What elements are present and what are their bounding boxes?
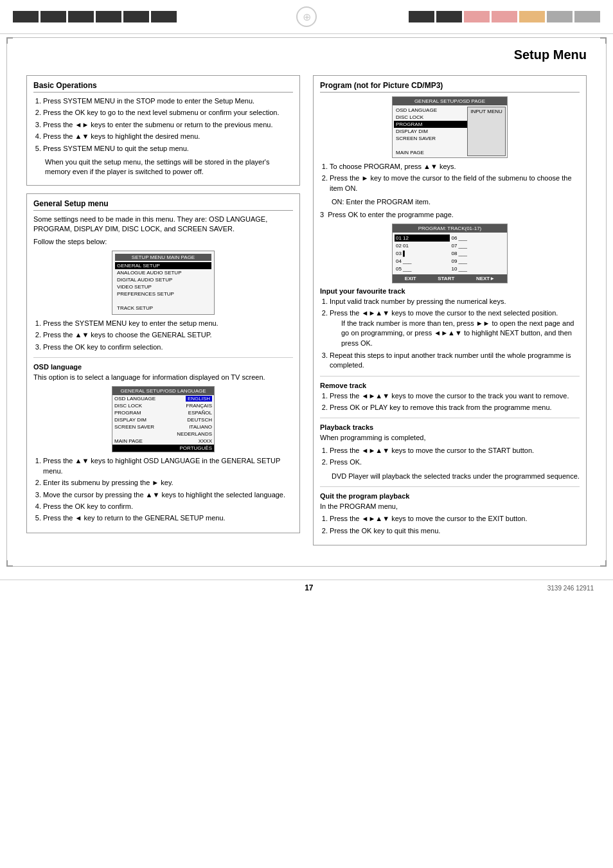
page-content: Setup Menu Basic Operations Press SYSTEM… bbox=[7, 38, 606, 566]
fav-step-1: Input valid track number by pressing the… bbox=[330, 297, 580, 306]
playback-intro: When programming is completed, bbox=[320, 433, 580, 443]
track-cell-01: 01 12 bbox=[395, 235, 450, 242]
lang-val-6: NEDERLANDS bbox=[177, 431, 212, 437]
top-decorative-bar: ⊕ bbox=[0, 0, 613, 34]
osd-lang-screen-title: GENERAL SETUP/OSD LANGUAGE bbox=[112, 387, 214, 395]
menu-item-track: TRACK SETUP bbox=[117, 305, 153, 311]
lang-row-1: OSD LANGUAGE ENGLISH bbox=[112, 395, 214, 402]
osd-lang-screen: GENERAL SETUP/OSD LANGUAGE OSD LANGUAGE … bbox=[112, 386, 215, 452]
remove-track-title: Remove track bbox=[320, 382, 580, 389]
track-cell-07: 07 ___ bbox=[450, 242, 506, 249]
menu-item-blank bbox=[117, 298, 118, 304]
track-cell-03: 03 ▌ bbox=[395, 250, 450, 257]
segment-r1 bbox=[409, 11, 434, 22]
lang-label-7: MAIN PAGE bbox=[114, 438, 143, 444]
general-setup-screen: SETUP MENU MAIN PAGE GENERAL SETUP ANALO… bbox=[112, 251, 215, 315]
lang-label-1: OSD LANGUAGE bbox=[114, 396, 155, 402]
lang-row-5: SCREEN SAVER ITALIANO bbox=[112, 423, 214, 430]
quit-step-2: Press the OK key to quit this menu. bbox=[330, 526, 580, 536]
prog-item-program: PROGRAM bbox=[394, 121, 467, 128]
menu-item-video: VIDEO SETUP bbox=[117, 284, 152, 290]
track-cell-04: 04 ___ bbox=[395, 258, 450, 265]
quit-step-1: Press the ◄►▲▼ keys to move the cursor t… bbox=[330, 514, 580, 524]
playback-step-1: Press the ◄►▲▼ keys to move the cursor t… bbox=[330, 446, 580, 456]
program-menu-screen: GENERAL SETUP/OSD PAGE OSD LANGUAGE DISC… bbox=[392, 96, 508, 158]
lang-val-7: XXXX bbox=[199, 438, 212, 444]
program-input-menu: INPUT MENU bbox=[467, 107, 506, 156]
top-bar-left-segments bbox=[13, 11, 284, 22]
program-section: Program (not for Picture CD/MP3) GENERAL… bbox=[313, 75, 587, 545]
basic-operations-list: Press SYSTEM MENU in the STOP mode to en… bbox=[33, 96, 293, 154]
general-setup-section: General Setup menu Some settings need to… bbox=[26, 193, 300, 533]
lang-val-3: ESPAÑOL bbox=[188, 410, 212, 416]
prog-item-disc: DISC LOCK bbox=[394, 114, 467, 121]
playback-step-2: Press OK. bbox=[330, 457, 580, 467]
segment-6 bbox=[151, 11, 177, 22]
general-setup-menu-row-2: ANALOGUE AUDIO SETUP bbox=[115, 269, 211, 276]
divider-2 bbox=[320, 376, 580, 376]
page-outer-border: Setup Menu Basic Operations Press SYSTEM… bbox=[6, 37, 607, 567]
playback-note: DVD Player will playback the selected tr… bbox=[320, 472, 580, 481]
lang-val-4: DEUTSCH bbox=[187, 417, 212, 423]
general-setup-menu-row-5: PREFERENCES SETUP bbox=[115, 290, 211, 297]
basic-op-step-4: Press the ▲▼ keys to highlight the desir… bbox=[43, 132, 293, 141]
basic-operations-section: Basic Operations Press SYSTEM MENU in th… bbox=[26, 75, 300, 186]
segment-r7 bbox=[574, 11, 600, 22]
segment-1 bbox=[13, 11, 39, 22]
lang-row-4: DISPLAY DIM DEUTSCH bbox=[112, 416, 214, 423]
compass-icon: ⊕ bbox=[296, 6, 317, 27]
general-setup-screen-title: SETUP MENU MAIN PAGE bbox=[115, 254, 211, 261]
lang-row-3: PROGRAM ESPAÑOL bbox=[112, 409, 214, 416]
track-cell-08: 08 ___ bbox=[450, 250, 506, 257]
remove-track-steps: Press the ◄►▲▼ keys to move the cursor t… bbox=[320, 391, 580, 413]
menu-item-digital: DIGITAL AUDIO SETUP bbox=[117, 277, 172, 283]
general-setup-menu-row-1: GENERAL SETUP bbox=[115, 262, 211, 269]
segment-r3 bbox=[464, 11, 490, 22]
lang-row-7: MAIN PAGE XXXX bbox=[112, 438, 214, 445]
quit-steps: Press the ◄►▲▼ keys to move the cursor t… bbox=[320, 514, 580, 536]
quit-program-title: Quit the program playback bbox=[320, 492, 580, 500]
lang-row-8: PORTUGUÊS bbox=[112, 445, 214, 452]
osd-lang-title: OSD language bbox=[33, 363, 293, 371]
lang-val-2: FRANÇAIS bbox=[186, 403, 212, 409]
segment-2 bbox=[40, 11, 66, 22]
track-cell-10: 10 ___ bbox=[450, 265, 506, 272]
osd-step-3: Move the cursor by pressing the ▲▼ keys … bbox=[43, 490, 293, 500]
prog-item-display: DISPLAY DIM bbox=[394, 128, 467, 135]
fav-step-3: Repeat this steps to input another track… bbox=[330, 351, 580, 371]
track-screen-header: PROGRAM: TRACK(01-17) bbox=[393, 224, 507, 233]
segment-r4 bbox=[492, 11, 517, 22]
track-cell-09: 09 ___ bbox=[450, 258, 506, 265]
input-fav-track-title: Input your favourite track bbox=[320, 287, 580, 295]
basic-op-step-3: Press the ◄► keys to enter the submenu o… bbox=[43, 120, 293, 130]
osd-lang-intro: This option is to select a language for … bbox=[33, 373, 293, 382]
segment-5 bbox=[123, 11, 149, 22]
bottom-bar: 17 3139 246 12911 bbox=[0, 580, 613, 596]
divider-1 bbox=[33, 357, 293, 358]
lang-val-5: ITALIANO bbox=[189, 424, 212, 430]
track-exit-btn: EXIT bbox=[405, 276, 416, 281]
menu-item-general: GENERAL SETUP bbox=[117, 263, 160, 269]
program-screen-body: OSD LANGUAGE DISC LOCK PROGRAM DISPLAY D… bbox=[393, 105, 507, 157]
segment-r5 bbox=[519, 11, 545, 22]
remove-step-1: Press the ◄►▲▼ keys to move the cursor t… bbox=[330, 391, 580, 401]
quit-intro: In the PROGRAM menu, bbox=[320, 502, 580, 511]
lang-val-8: PORTUGUÊS bbox=[179, 445, 212, 451]
lang-label-3: PROGRAM bbox=[114, 410, 141, 416]
track-cell-02: 02 01 bbox=[395, 242, 450, 249]
track-next-btn: NEXT► bbox=[476, 276, 495, 281]
remove-step-2: Press OK or PLAY key to remove this trac… bbox=[330, 403, 580, 412]
program-left-items: OSD LANGUAGE DISC LOCK PROGRAM DISPLAY D… bbox=[394, 107, 467, 156]
lang-row-6: NEDERLANDS bbox=[112, 430, 214, 438]
prog-item-blank bbox=[394, 142, 467, 149]
segment-3 bbox=[68, 11, 94, 22]
playback-steps: Press the ◄►▲▼ keys to move the cursor t… bbox=[320, 446, 580, 468]
lang-label-4: DISPLAY DIM bbox=[114, 417, 147, 423]
gen-step-3: Press the OK key to confirm selection. bbox=[43, 342, 293, 352]
osd-step-4: Press the OK key to confirm. bbox=[43, 502, 293, 511]
segment-4 bbox=[96, 11, 121, 22]
prog-step-3: 3 Press OK to enter the programme page. bbox=[320, 210, 580, 220]
top-bar-right-segments bbox=[329, 11, 600, 22]
prog-item-screen: SCREEN SAVER bbox=[394, 135, 467, 142]
program-main-steps: To choose PROGRAM, press ▲▼ keys. Press … bbox=[320, 162, 580, 193]
